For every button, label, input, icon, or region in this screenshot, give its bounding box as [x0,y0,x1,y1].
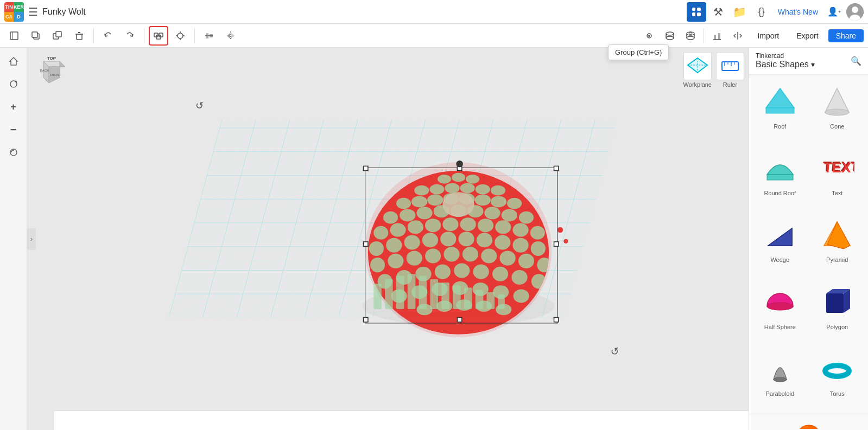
zoom-out-button[interactable]: − [4,120,23,139]
toolbar-divider-1 [93,28,94,43]
group-tooltip: Group (Ctrl+G) [608,44,669,60]
svg-point-104 [407,251,422,266]
mirror-button[interactable] [221,26,240,46]
project-name[interactable]: Funky Wolt [42,7,86,17]
logo-cell-2: KER [14,2,24,12]
svg-point-58 [466,175,479,184]
shape-thumb-round-roof [761,149,800,188]
svg-point-63 [476,184,490,195]
home-view-button[interactable] [4,52,23,70]
export-button[interactable]: Export [789,29,826,42]
rotate-view-button[interactable] [4,75,23,93]
shape-item-roof[interactable]: Roof [753,80,807,142]
shapes-category-label: Basic Shapes [756,60,809,69]
copy-button[interactable] [26,26,46,46]
hammer-icon-btn[interactable]: ⚒ [708,2,728,22]
shape-item-half-sphere[interactable]: Half Sphere [753,280,807,343]
svg-point-94 [404,235,420,249]
undo-button[interactable] [98,26,118,46]
svg-point-116 [454,264,470,278]
align-grid-icon [712,30,723,41]
collapse-panel-button[interactable]: › [27,228,36,250]
svg-rect-147 [364,166,368,170]
folder-icon-btn[interactable]: 📁 [730,2,750,22]
delete-button[interactable] [69,26,89,46]
search-shapes-button[interactable]: 🔍 [851,56,861,66]
duplicate-button[interactable] [48,26,67,46]
ungroup-button[interactable] [170,26,190,46]
svg-point-108 [481,248,497,263]
shapes-library-panel: Tinkercad Basic Shapes ▾ 🔍 Roof [749,48,868,430]
light-icon-btn[interactable] [639,26,659,46]
logo-cell-1: TIN [4,2,14,12]
svg-point-73 [383,211,398,224]
svg-text:TOP: TOP [47,56,56,61]
svg-point-33 [689,33,692,34]
svg-marker-174 [766,88,794,108]
svg-point-65 [396,198,411,209]
workplane-label: Workplane [683,81,712,88]
rotate-icon [9,79,18,89]
shape-name-torus: Torus [830,390,845,397]
svg-point-98 [477,233,492,247]
shape-item-torus[interactable]: Torus [811,347,864,409]
ungroup-view-button[interactable] [660,26,680,46]
flip-button[interactable] [728,26,747,46]
canvas-area[interactable]: TOP BACK FRONT ↺ [27,48,868,430]
toolbar-divider-3 [194,28,195,43]
shapes-provider-label: Tinkercad [756,52,815,60]
redo-button[interactable] [120,26,140,46]
code-icon-btn[interactable]: {} [752,2,771,22]
svg-rect-140 [441,283,449,309]
avatar[interactable] [846,3,864,21]
point-light-icon [644,31,654,41]
shape-item-polygon[interactable]: Polygon [811,280,864,343]
shape-thumb-torus [818,349,857,388]
svg-rect-175 [766,108,794,113]
shape-item-round-roof[interactable]: Round Roof [753,146,807,209]
reset-view-button[interactable] [4,143,23,162]
svg-rect-38 [714,35,716,40]
svg-rect-8 [56,31,61,37]
svg-point-192 [832,369,842,373]
new-design-icon [9,30,20,41]
svg-point-74 [400,209,415,222]
import-button[interactable]: Import [750,29,787,42]
logo-cell-4: D [14,12,24,22]
svg-point-81 [519,211,534,224]
align-to-grid-button[interactable] [707,26,727,46]
workplane-button[interactable]: Workplane [683,52,712,88]
zoom-in-button[interactable]: + [4,98,23,116]
whats-new-link[interactable]: What's New [774,5,822,18]
shape-name-half-sphere: Half Sphere [764,324,796,330]
svg-rect-154 [554,242,559,246]
shape-item-paraboloid[interactable]: Paraboloid [753,347,807,409]
svg-text:BACK: BACK [40,69,49,72]
new-design-button[interactable] [4,26,24,46]
svg-rect-142 [464,287,472,309]
ruler-button[interactable]: Ruler [716,52,744,88]
svg-rect-139 [430,279,438,309]
shape-item-text[interactable]: TEXT TEXT Text [811,146,864,209]
ruler-label: Ruler [723,81,737,88]
svg-rect-149 [364,318,368,322]
svg-rect-22 [210,34,213,37]
apps-button[interactable] [687,2,706,22]
tube-view-button[interactable] [681,26,700,46]
shape-name-cone: Cone [830,123,844,130]
add-user-button[interactable]: 👤+ [825,2,844,22]
svg-point-117 [473,265,489,279]
svg-point-83 [390,223,406,237]
svg-rect-136 [396,275,404,309]
share-button[interactable]: Share [828,29,864,42]
shape-item-wedge[interactable]: Wedge [753,213,807,275]
dropdown-arrow-icon[interactable]: ▾ [811,60,815,69]
align-button[interactable] [199,26,219,46]
svg-point-1 [852,7,858,13]
doc-menu-icon[interactable]: ☰ [28,5,38,18]
main-layout: + − TOP BACK FRONT ↺ [0,48,868,430]
svg-point-15 [178,33,183,38]
shape-item-cone[interactable]: Cone [811,80,864,142]
shape-item-pyramid[interactable]: Pyramid [811,213,864,275]
group-button[interactable] [149,26,168,46]
